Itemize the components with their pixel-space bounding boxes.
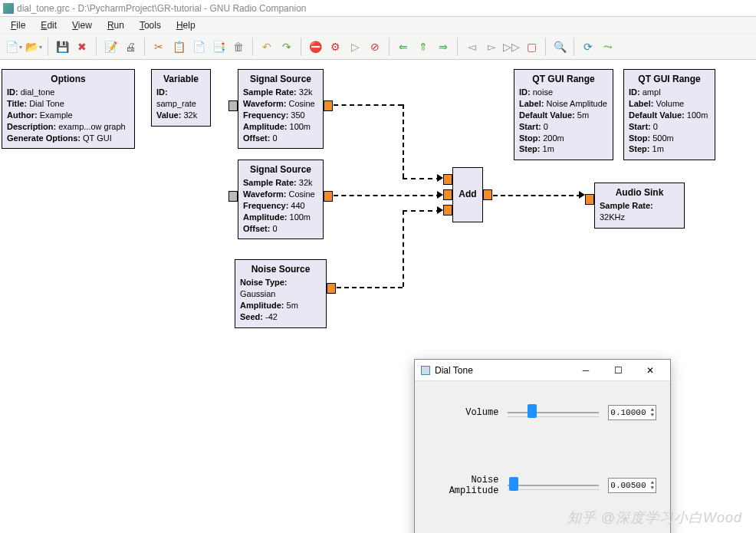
connection [403,210,441,212]
open-icon[interactable]: 📂▾ [25,38,43,56]
connection [334,195,441,196]
volume-slider[interactable] [508,404,599,421]
minimize-icon[interactable]: ─ [572,363,600,378]
signal-source-1-block[interactable]: Signal Source Sample Rate: 32k Waveform:… [238,69,324,149]
back-icon[interactable]: ⇐ [394,38,413,56]
close-icon[interactable]: ✕ [636,363,664,378]
connection [493,195,581,196]
input-port-1[interactable] [443,189,452,200]
flowgraph-canvas[interactable]: Options ID: dial_tone Title: Dial Tone A… [0,60,756,533]
volume-spinbox[interactable]: 0.10000 ▲▼ [608,405,656,420]
connection [403,104,404,178]
noise-amplitude-slider[interactable] [508,477,599,494]
menu-edit[interactable]: Edit [35,18,63,32]
window-titlebar: dial_tone.grc - D:\PycharmProject\GR-tut… [0,0,756,17]
up-icon[interactable]: ⇑ [414,38,432,56]
save-icon[interactable]: 💾 [53,38,71,56]
step-back-icon[interactable]: ◅ [462,38,481,56]
slider-thumb[interactable] [528,404,537,418]
qt-gui-range-ampl-block[interactable]: QT GUI Range ID: ampl Label: Volume Defa… [623,69,715,160]
delete-icon[interactable]: ✖ [73,38,91,56]
window-icon [421,366,430,375]
noise-amplitude-control: Noise Amplitude 0.00500 ▲▼ [429,475,656,496]
forward-icon[interactable]: ⇒ [434,38,452,56]
noise-source-block[interactable]: Noise Source Noise Type: Gaussian Amplit… [235,259,327,328]
slider-label: Volume [429,407,498,418]
print-icon[interactable]: 🖨 [121,38,140,56]
variable-block[interactable]: Variable ID: samp_rate Value: 32k [151,69,211,127]
dial-tone-window[interactable]: Dial Tone ─ ☐ ✕ Volume 0.10000 ▲▼ Noise … [414,359,671,533]
step-forward-icon[interactable]: ▷▷ [502,38,521,56]
slider-thumb[interactable] [509,477,518,491]
input-port-2[interactable] [443,205,452,216]
menu-run[interactable]: Run [101,18,130,32]
trash-icon[interactable]: 🗑 [229,38,248,56]
arrowhead-icon [579,191,585,199]
output-port[interactable] [327,283,336,294]
maximize-icon[interactable]: ☐ [604,363,632,378]
menu-file[interactable]: File [5,18,31,32]
qt-gui-range-noise-block[interactable]: QT GUI Range ID: noise Label: Noise Ampl… [514,69,613,160]
signal-source-2-block[interactable]: Signal Source Sample Rate: 32k Waveform:… [238,160,324,239]
menu-view[interactable]: View [66,18,98,32]
volume-control: Volume 0.10000 ▲▼ [429,404,656,421]
output-port[interactable] [483,189,492,200]
app-icon [3,3,14,14]
input-port[interactable] [228,100,238,111]
add-block[interactable]: Add [452,167,483,222]
step-into-icon[interactable]: ▻ [482,38,501,56]
options-block[interactable]: Options ID: dial_tone Title: Dial Tone A… [2,69,135,149]
copy-icon[interactable]: 📋 [169,38,188,56]
menubar: File Edit View Run Tools Help [0,17,756,34]
arrowhead-icon [437,174,443,182]
audio-sink-block[interactable]: Audio Sink Sample Rate: 32KHz [594,183,685,229]
noise-amplitude-spinbox[interactable]: 0.00500 ▲▼ [608,478,656,493]
toolbar: 📄▾ 📂▾ 💾 ✖ 📝 🖨 ✂ 📋 📄 📑 🗑 ↶ ↷ ⛔ ⚙ ▷ ⊘ ⇐ ⇑ … [0,34,756,60]
new-icon[interactable]: 📄▾ [5,38,23,56]
cut-icon[interactable]: ✂ [150,38,168,56]
input-port[interactable] [228,191,238,202]
connection [403,178,441,179]
output-port[interactable] [324,100,333,111]
slider-label: Noise Amplitude [429,475,498,496]
menu-help[interactable]: Help [170,18,202,32]
input-port[interactable] [585,194,594,205]
arrowhead-icon [437,206,443,214]
window-title: dial_tone.grc - D:\PycharmProject\GR-tut… [17,3,306,14]
connection [337,287,403,288]
redo-icon[interactable]: ↷ [278,38,296,56]
arrowhead-icon [437,191,443,199]
stop-icon[interactable]: ⊘ [366,38,384,56]
record-settings-icon[interactable]: ⚙ [326,38,344,56]
undo-icon[interactable]: ↶ [258,38,276,56]
block-title: Options [7,73,130,85]
reload-all-icon[interactable]: ⤳ [599,38,617,56]
play-icon[interactable]: ▷ [346,38,364,56]
paste-icon[interactable]: 📄 [189,38,208,56]
stop-sign-icon[interactable]: ⛔ [306,38,324,56]
clear-icon[interactable]: ▢ [522,38,541,56]
reload-icon[interactable]: ⟳ [579,38,597,56]
connection [403,210,404,287]
paste-all-icon[interactable]: 📑 [209,38,228,56]
connection [334,104,403,106]
input-port-0[interactable] [443,174,452,185]
menu-tools[interactable]: Tools [133,18,167,32]
dialog-title: Dial Tone [435,365,473,376]
search-icon[interactable]: 🔍 [551,38,569,56]
edit-icon[interactable]: 📝 [101,38,120,56]
output-port[interactable] [324,191,333,202]
